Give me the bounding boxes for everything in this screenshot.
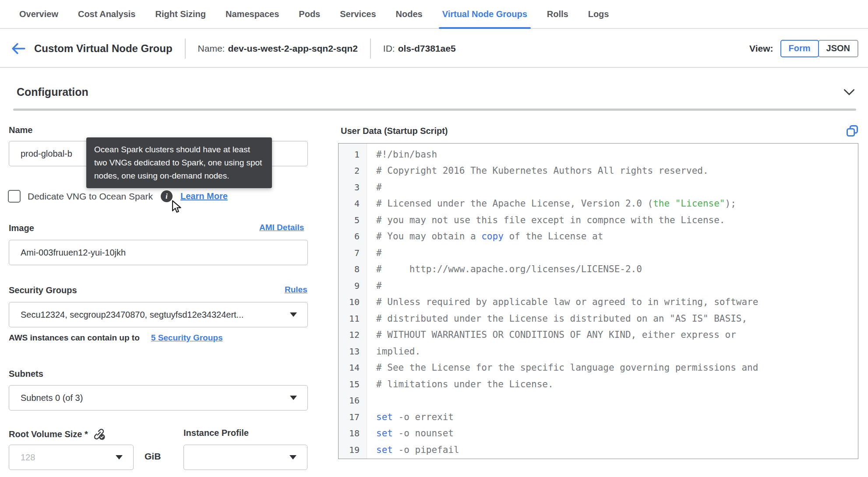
code-line: 5# you may not use this file except in c… [339, 212, 858, 228]
root-volume-size-label-text: Root Volume Size * [9, 429, 88, 439]
image-input[interactable] [9, 240, 308, 265]
code-line-text: # Unless required by applicable law or a… [376, 297, 758, 307]
tab-right-sizing[interactable]: Right Sizing [155, 0, 206, 28]
security-groups-select[interactable]: Secu12324, secgroup23470870, segtuyfsd12… [9, 302, 308, 327]
code-line-text: # [376, 248, 382, 258]
subnets-select[interactable]: Subnets 0 (of 3) [9, 385, 308, 410]
code-line: 7# [339, 245, 858, 261]
code-line: 15# limitations under the License. [339, 376, 858, 393]
vng-name: Name:dev-us-west-2-app-sqn2-sqn2 [198, 43, 358, 54]
tab-virtual-node-groups[interactable]: Virtual Node Groups [442, 0, 527, 28]
line-number: 16 [339, 395, 367, 406]
tab-pods[interactable]: Pods [299, 0, 320, 28]
tab-nodes[interactable]: Nodes [396, 0, 423, 28]
code-line: 1#!/bin/bash [339, 146, 858, 163]
header-divider [185, 39, 186, 59]
five-security-groups-link[interactable]: 5 Security Groups [151, 333, 223, 343]
tab-bar: OverviewCost AnalysisRight SizingNamespa… [0, 0, 868, 29]
code-line-text: # you may not use this file except in co… [376, 215, 725, 225]
code-line-text: # [376, 281, 382, 291]
root-volume-size-label: Root Volume Size * [9, 428, 106, 440]
line-number: 17 [339, 412, 367, 422]
tab-overview[interactable]: Overview [19, 0, 58, 28]
line-number: 15 [339, 379, 367, 389]
tab-services[interactable]: Services [340, 0, 376, 28]
link-check-icon[interactable] [92, 428, 106, 440]
line-number: 5 [339, 215, 367, 225]
back-button[interactable] [10, 41, 27, 56]
security-groups-value: Secu12324, secgroup23470870, segtuyfsd12… [21, 310, 243, 320]
code-line: 3# [339, 179, 858, 196]
line-number: 10 [339, 297, 367, 307]
image-field-label: Image [9, 223, 34, 233]
learn-more-link[interactable]: Learn More [180, 191, 228, 201]
copy-button[interactable] [844, 123, 860, 139]
user-data-editor[interactable]: 1#!/bin/bash2# Copyright 2016 The Kubern… [338, 143, 858, 459]
code-line-text: # You may obtain a copy of the License a… [376, 231, 603, 242]
user-data-label: User Data (Startup Script) [341, 126, 448, 136]
section-title: Configuration [17, 86, 88, 98]
security-groups-label: Security Groups [9, 285, 77, 295]
code-line: 17set -o errexit [339, 409, 858, 425]
code-line-text: # http://www.apache.org/licenses/LICENSE… [376, 264, 642, 274]
instance-profile-label: Instance Profile [183, 428, 249, 438]
virtual-node-group-page: OverviewCost AnalysisRight SizingNamespa… [0, 0, 868, 477]
header-divider [370, 39, 371, 59]
page-title: Custom Virtual Node Group [34, 42, 173, 55]
ami-details-link[interactable]: AMI Details [259, 223, 304, 232]
root-volume-size-select[interactable]: 128 [9, 445, 134, 470]
tab-cost-analysis[interactable]: Cost Analysis [78, 0, 136, 28]
dedicate-vng-checkbox[interactable] [8, 190, 21, 203]
name-field-label: Name [9, 125, 32, 135]
code-line: 2# Copyright 2016 The Kubernetes Authors… [339, 163, 858, 179]
code-line-text: # See the License for the specific langu… [376, 362, 758, 373]
line-number: 11 [339, 313, 367, 324]
vng-id-value: ols-d7381ae5 [398, 43, 456, 53]
line-number: 4 [339, 198, 367, 209]
view-label: View: [749, 43, 773, 54]
instance-profile-select[interactable] [183, 445, 307, 470]
code-line: 16 [339, 393, 858, 409]
vng-name-value: dev-us-west-2-app-sqn2-sqn2 [228, 43, 357, 53]
code-line-text: #!/bin/bash [376, 149, 437, 160]
root-volume-size-placeholder: 128 [21, 452, 35, 463]
vng-name-label: Name: [198, 43, 225, 53]
view-json-button[interactable]: JSON [818, 40, 858, 57]
code-line: 9# [339, 277, 858, 294]
code-line: 10# Unless required by applicable law or… [339, 294, 858, 311]
section-divider [13, 109, 856, 111]
tab-logs[interactable]: Logs [588, 0, 609, 28]
line-number: 6 [339, 231, 367, 242]
tab-rolls[interactable]: Rolls [547, 0, 568, 28]
line-number: 14 [339, 362, 367, 373]
code-lines: 1#!/bin/bash2# Copyright 2016 The Kubern… [339, 146, 858, 458]
code-line: 12# WITHOUT WARRANTIES OR CONDITIONS OF … [339, 327, 858, 344]
gib-unit-label: GiB [145, 451, 161, 462]
copy-icon [846, 124, 859, 137]
code-line: 19set -o pipefail [339, 442, 858, 458]
code-line-text: set -o nounset [376, 428, 454, 438]
code-line-text: # [376, 182, 382, 193]
dedicate-vng-label: Dedicate VNG to Ocean Spark [28, 191, 153, 202]
subnets-value: Subnets 0 (of 3) [21, 393, 83, 403]
security-groups-hint: AWS instances can contain up to 5 Securi… [9, 333, 222, 343]
mouse-cursor [171, 200, 183, 214]
code-line-text: # WITHOUT WARRANTIES OR CONDITIONS OF AN… [376, 330, 736, 340]
caret-down-icon [289, 455, 296, 459]
code-line-text: # limitations under the License. [376, 379, 554, 389]
line-number: 13 [339, 346, 367, 357]
ocean-spark-tooltip: Ocean Spark clusters should have at leas… [86, 137, 272, 188]
configuration-section-header[interactable]: Configuration [17, 86, 855, 98]
arrow-left-icon [11, 42, 25, 55]
caret-down-icon [116, 455, 123, 459]
code-line-text: implied. [376, 346, 420, 357]
code-line-text: # Copyright 2016 The Kubernetes Authors … [376, 165, 709, 176]
rules-link[interactable]: Rules [285, 285, 307, 295]
code-line: 6# You may obtain a copy of the License … [339, 228, 858, 245]
view-form-button[interactable]: Form [780, 40, 819, 57]
line-number: 2 [339, 165, 367, 176]
tab-namespaces[interactable]: Namespaces [226, 0, 279, 28]
chevron-down-icon[interactable] [843, 89, 855, 95]
code-line-text: # distributed under the License is distr… [376, 313, 747, 324]
line-number: 8 [339, 264, 367, 274]
